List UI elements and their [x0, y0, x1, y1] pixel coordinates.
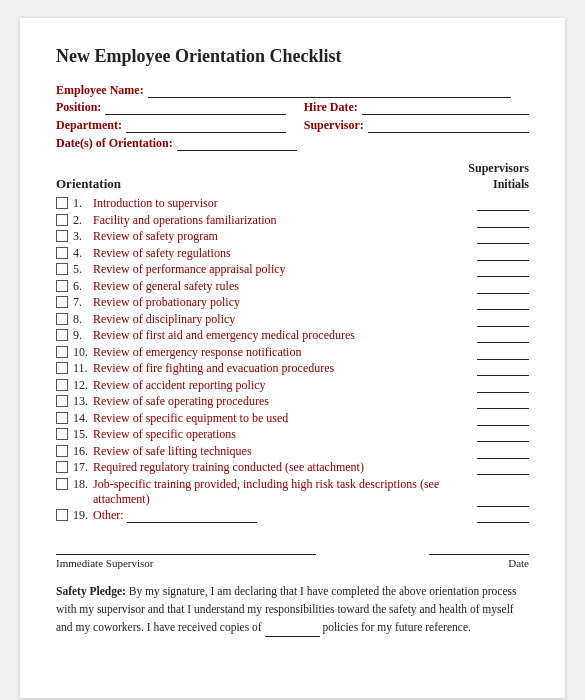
- checkbox-13[interactable]: [56, 395, 68, 407]
- date-block: Date: [429, 537, 529, 569]
- checkbox-7[interactable]: [56, 296, 68, 308]
- list-item: 18. Job-specific training provided, incl…: [56, 477, 529, 507]
- initials-line-18: [477, 494, 529, 507]
- initials-line-8: [477, 314, 529, 327]
- checkbox-4[interactable]: [56, 247, 68, 259]
- initials-line-16: [477, 446, 529, 459]
- list-item: 11. Review of fire fighting and evacuati…: [56, 361, 529, 376]
- department-label: Department:: [56, 118, 122, 133]
- hire-date-label: Hire Date:: [304, 100, 358, 115]
- checkbox-9[interactable]: [56, 329, 68, 341]
- initials-line-17: [477, 462, 529, 475]
- list-item: 8. Review of disciplinary policy: [56, 312, 529, 327]
- checkbox-14[interactable]: [56, 412, 68, 424]
- supervisor-sig-line[interactable]: [56, 537, 316, 555]
- initials-line-7: [477, 297, 529, 310]
- checkbox-15[interactable]: [56, 428, 68, 440]
- initials-line-9: [477, 330, 529, 343]
- safety-pledge-label: Safety Pledge:: [56, 585, 126, 597]
- list-item: 12. Review of accident reporting policy: [56, 378, 529, 393]
- department-line[interactable]: [126, 119, 286, 133]
- list-item: 2. Facility and operations familiarizati…: [56, 213, 529, 228]
- orientation-date-line[interactable]: [177, 137, 297, 151]
- list-item: 13. Review of safe operating procedures: [56, 394, 529, 409]
- fields-section: Employee Name: Position: Hire Date: Depa…: [56, 83, 529, 151]
- page-title: New Employee Orientation Checklist: [56, 46, 529, 67]
- initials-line-19: [477, 510, 529, 523]
- initials-line-14: [477, 413, 529, 426]
- initials-line-11: [477, 363, 529, 376]
- checklist-list: 1. Introduction to supervisor 2. Facilit…: [56, 196, 529, 523]
- checkbox-5[interactable]: [56, 263, 68, 275]
- checklist-header: Orientation Supervisors Initials: [56, 161, 529, 192]
- initials-line-15: [477, 429, 529, 442]
- list-item: 1. Introduction to supervisor: [56, 196, 529, 211]
- position-label: Position:: [56, 100, 101, 115]
- list-item: 15. Review of specific operations: [56, 427, 529, 442]
- checkbox-1[interactable]: [56, 197, 68, 209]
- supervisor-sig-block: Immediate Supervisor: [56, 537, 316, 569]
- dept-supervisor-row: Department: Supervisor:: [56, 118, 529, 136]
- pledge-underline: [265, 625, 320, 637]
- initials-line-10: [477, 347, 529, 360]
- checkbox-8[interactable]: [56, 313, 68, 325]
- supervisor-sig-label: Immediate Supervisor: [56, 557, 316, 569]
- checkbox-6[interactable]: [56, 280, 68, 292]
- orientation-date-row: Date(s) of Orientation:: [56, 136, 529, 151]
- checkbox-10[interactable]: [56, 346, 68, 358]
- initials-line-3: [477, 231, 529, 244]
- list-item: 10. Review of emergency response notific…: [56, 345, 529, 360]
- checkbox-17[interactable]: [56, 461, 68, 473]
- checkbox-12[interactable]: [56, 379, 68, 391]
- employee-name-line[interactable]: [148, 84, 511, 98]
- list-item: 4. Review of safety regulations: [56, 246, 529, 261]
- employee-name-label: Employee Name:: [56, 83, 144, 98]
- signature-section: Immediate Supervisor Date: [56, 537, 529, 569]
- checkbox-16[interactable]: [56, 445, 68, 457]
- supervisors-initials-header: Supervisors Initials: [468, 161, 529, 192]
- hire-date-line[interactable]: [362, 101, 529, 115]
- initials-line-6: [477, 281, 529, 294]
- supervisor-line[interactable]: [368, 119, 529, 133]
- initials-line-13: [477, 396, 529, 409]
- list-item: 7. Review of probationary policy: [56, 295, 529, 310]
- checkbox-2[interactable]: [56, 214, 68, 226]
- initials-line-1: [477, 198, 529, 211]
- checkbox-3[interactable]: [56, 230, 68, 242]
- position-line[interactable]: [105, 101, 285, 115]
- list-item: 19. Other:: [56, 508, 529, 523]
- checkbox-11[interactable]: [56, 362, 68, 374]
- checkbox-18[interactable]: [56, 478, 68, 490]
- list-item: 6. Review of general safety rules: [56, 279, 529, 294]
- initials-line-5: [477, 264, 529, 277]
- date-line[interactable]: [429, 537, 529, 555]
- safety-pledge-text2: policies for my future reference.: [320, 621, 471, 633]
- list-item: 3. Review of safety program: [56, 229, 529, 244]
- checkbox-19[interactable]: [56, 509, 68, 521]
- initials-line-4: [477, 248, 529, 261]
- date-label: Date: [508, 557, 529, 569]
- checklist-section-title: Orientation: [56, 176, 121, 192]
- list-item: 16. Review of safe lifting techniques: [56, 444, 529, 459]
- employee-name-row: Employee Name:: [56, 83, 529, 98]
- safety-pledge-section: Safety Pledge: By my signature, I am dec…: [56, 583, 529, 636]
- position-hire-row: Position: Hire Date:: [56, 100, 529, 118]
- initials-line-2: [477, 215, 529, 228]
- list-item: 14. Review of specific equipment to be u…: [56, 411, 529, 426]
- list-item: 17. Required regulatory training conduct…: [56, 460, 529, 475]
- list-item: 5. Review of performance appraisal polic…: [56, 262, 529, 277]
- list-item: 9. Review of first aid and emergency med…: [56, 328, 529, 343]
- supervisor-label: Supervisor:: [304, 118, 364, 133]
- page: New Employee Orientation Checklist Emplo…: [20, 18, 565, 698]
- initials-line-12: [477, 380, 529, 393]
- orientation-date-label: Date(s) of Orientation:: [56, 136, 173, 151]
